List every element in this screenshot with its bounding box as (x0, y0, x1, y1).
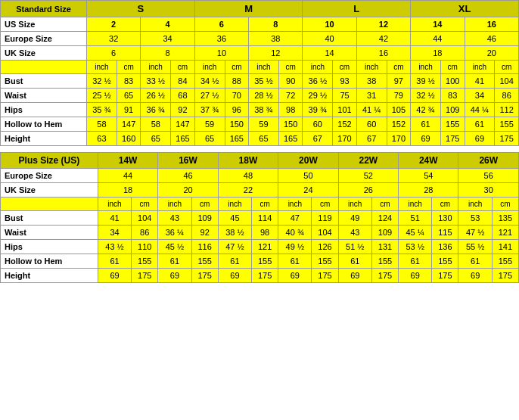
europe-size-label: Europe Size (1, 32, 87, 46)
plus-data-cell: 41 (98, 211, 131, 226)
plus-data-cell: 155 (191, 254, 218, 269)
plus-data-cell: 43 ½ (98, 240, 131, 254)
plus-data-cell: 43 (338, 226, 371, 240)
data-cell: 147 (171, 117, 195, 132)
plus-data-cell: 45 (218, 211, 251, 226)
unit-cell: inch (465, 61, 495, 74)
unit-cell: cm (440, 61, 465, 74)
plus-data-cell: 38 ½ (218, 226, 251, 240)
data-cell: 41 (465, 74, 495, 89)
plus-data-cell: 175 (312, 269, 338, 283)
standard-size-table: Standard SizeSMLXLUS Size246810121416Eur… (0, 0, 519, 146)
plus-data-cell: 175 (371, 269, 398, 283)
data-cell: 65 (141, 132, 171, 146)
plus-row-label-bust: Bust (1, 211, 98, 226)
data-cell: 165 (171, 132, 195, 146)
data-cell: 155 (440, 117, 465, 132)
table-gap (0, 146, 519, 152)
data-cell: 25 ½ (87, 89, 117, 103)
plus-data-cell: 61 (399, 254, 432, 269)
plus-data-cell: 135 (492, 211, 518, 226)
data-cell: 29 ½ (303, 89, 333, 103)
data-cell: 98 (278, 103, 303, 117)
data-cell: 90 (278, 74, 303, 89)
size-group-L: L (303, 1, 411, 17)
us-size-value: 2 (87, 17, 141, 32)
row-label-hollow-to-hem: Hollow to Hem (1, 117, 87, 132)
plus-europe-size-value: 48 (218, 169, 278, 183)
europe-size-value: 40 (303, 32, 356, 46)
plus-data-cell: 175 (492, 269, 518, 283)
plus-unit-cell: cm (132, 198, 158, 211)
uk-size-label: UK Size (1, 46, 87, 61)
us-size-label: US Size (1, 17, 87, 32)
size-group-M: M (194, 1, 303, 17)
data-cell: 58 (141, 117, 171, 132)
plus-data-cell: 155 (132, 254, 158, 269)
data-cell: 165 (225, 132, 249, 146)
data-cell: 27 ½ (194, 89, 225, 103)
data-cell: 32 ½ (411, 89, 441, 103)
plus-unit-cell: inch (98, 198, 131, 211)
plus-europe-size-value: 50 (278, 169, 338, 183)
plus-europe-size-value: 44 (98, 169, 157, 183)
plus-unit-cell: inch (278, 198, 312, 211)
data-cell: 61 (465, 117, 495, 132)
data-cell: 160 (117, 132, 141, 146)
plus-data-cell: 45 ½ (158, 240, 191, 254)
europe-size-value: 44 (411, 32, 465, 46)
data-cell: 175 (495, 132, 519, 146)
data-cell: 75 (333, 89, 357, 103)
data-cell: 83 (117, 74, 141, 89)
data-cell: 104 (495, 74, 519, 89)
data-cell: 44 ¼ (465, 103, 495, 117)
data-cell: 59 (194, 117, 225, 132)
data-cell: 65 (194, 132, 225, 146)
plus-size-label: Plus Size (US) (1, 153, 98, 169)
data-cell: 37 ¾ (194, 103, 225, 117)
plus-unit-cell: inch (218, 198, 251, 211)
data-cell: 38 (356, 74, 387, 89)
plus-data-cell: 43 (158, 211, 191, 226)
data-cell: 70 (225, 89, 249, 103)
us-size-value: 4 (141, 17, 194, 32)
plus-data-cell: 69 (158, 269, 191, 283)
plus-data-cell: 61 (98, 254, 131, 269)
data-cell: 31 (356, 89, 387, 103)
plus-size-group: 24W (399, 153, 458, 169)
plus-row-label-hips: Hips (1, 240, 98, 254)
plus-uk-size-value: 26 (338, 183, 398, 198)
europe-size-value: 42 (356, 32, 410, 46)
plus-data-cell: 69 (278, 269, 312, 283)
data-cell: 79 (387, 89, 411, 103)
plus-data-cell: 130 (432, 211, 458, 226)
unit-row-empty (1, 61, 87, 74)
plus-data-cell: 175 (191, 269, 218, 283)
us-size-value: 14 (411, 17, 465, 32)
plus-uk-size-value: 18 (98, 183, 157, 198)
data-cell: 105 (387, 103, 411, 117)
unit-cell: cm (278, 61, 303, 74)
plus-data-cell: 104 (312, 226, 338, 240)
uk-size-value: 18 (411, 46, 465, 61)
data-cell: 68 (171, 89, 195, 103)
plus-unit-cell: cm (432, 198, 458, 211)
unit-cell: inch (303, 61, 333, 74)
data-cell: 91 (117, 103, 141, 117)
plus-uk-size-label: UK Size (1, 183, 98, 198)
plus-data-cell: 36 ¼ (158, 226, 191, 240)
plus-data-cell: 126 (312, 240, 338, 254)
plus-data-cell: 104 (132, 211, 158, 226)
data-cell: 170 (333, 132, 357, 146)
plus-data-cell: 69 (98, 269, 131, 283)
europe-size-value: 34 (141, 32, 194, 46)
plus-data-cell: 109 (371, 226, 398, 240)
data-cell: 109 (440, 103, 465, 117)
plus-unit-cell: cm (191, 198, 218, 211)
plus-data-cell: 51 ½ (338, 240, 371, 254)
plus-europe-size-value: 56 (458, 169, 519, 183)
data-cell: 67 (303, 132, 333, 146)
plus-data-cell: 69 (399, 269, 432, 283)
unit-cell: inch (411, 61, 441, 74)
europe-size-value: 46 (465, 32, 518, 46)
